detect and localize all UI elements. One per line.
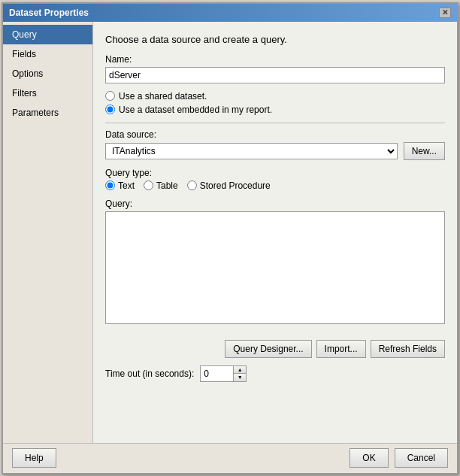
dialog-footer: Help OK Cancel	[3, 443, 457, 473]
ok-button[interactable]: OK	[350, 448, 388, 468]
sidebar-item-parameters[interactable]: Parameters	[3, 103, 92, 123]
sidebar: Query Fields Options Filters Parameters	[3, 22, 93, 443]
sidebar-item-query[interactable]: Query	[3, 25, 92, 44]
title-bar: Dataset Properties ✕	[3, 4, 457, 22]
query-type-table-radio[interactable]	[144, 180, 153, 190]
new-button[interactable]: New...	[404, 142, 445, 160]
query-type-stored-procedure-label: Stored Procedure	[200, 180, 271, 191]
embedded-dataset-label: Use a dataset embedded in my report.	[119, 105, 272, 115]
dialog-title: Dataset Properties	[9, 8, 89, 18]
query-type-table-option[interactable]: Table	[144, 180, 178, 191]
datasource-group: Data source: ITAnalytics New...	[105, 129, 445, 160]
sidebar-item-fields[interactable]: Fields	[3, 44, 92, 64]
query-type-group: Query type: Text Table Stored Procedure	[105, 168, 445, 191]
spinner-arrows: ▲ ▼	[233, 365, 247, 382]
query-group: Query: fx	[105, 199, 445, 332]
import-button[interactable]: Import...	[316, 340, 366, 358]
timeout-label: Time out (in seconds):	[105, 368, 194, 379]
query-type-text-label: Text	[118, 180, 135, 191]
name-group: Name:	[105, 54, 445, 83]
spinner-down-button[interactable]: ▼	[234, 374, 246, 381]
main-content: Choose a data source and create a query.…	[93, 22, 457, 443]
sidebar-item-filters[interactable]: Filters	[3, 83, 92, 103]
close-button[interactable]: ✕	[439, 8, 451, 18]
query-label: Query:	[105, 199, 445, 209]
query-type-row: Text Table Stored Procedure	[105, 180, 445, 191]
query-type-text-option[interactable]: Text	[105, 180, 135, 191]
datasource-select-wrapper: ITAnalytics	[105, 143, 398, 159]
datasource-label: Data source:	[105, 129, 445, 140]
embedded-dataset-radio[interactable]	[105, 105, 115, 114]
footer-right: OK Cancel	[350, 448, 448, 468]
sidebar-item-options[interactable]: Options	[3, 64, 92, 83]
query-textarea[interactable]	[105, 211, 445, 324]
timeout-spinner: ▲ ▼	[200, 365, 247, 382]
shared-dataset-option[interactable]: Use a shared dataset.	[105, 91, 445, 102]
timeout-input[interactable]	[200, 365, 233, 382]
name-label: Name:	[105, 54, 445, 65]
refresh-fields-button[interactable]: Refresh Fields	[371, 340, 445, 358]
help-button[interactable]: Help	[12, 448, 56, 468]
spinner-up-button[interactable]: ▲	[234, 366, 246, 374]
query-type-text-radio[interactable]	[105, 180, 115, 190]
datasource-select[interactable]: ITAnalytics	[105, 143, 398, 159]
query-type-label: Query type:	[105, 168, 445, 178]
query-type-stored-procedure-radio[interactable]	[187, 180, 197, 190]
query-type-stored-procedure-option[interactable]: Stored Procedure	[187, 180, 271, 191]
cancel-button[interactable]: Cancel	[395, 448, 448, 468]
datasource-row: ITAnalytics New...	[105, 142, 445, 160]
embedded-dataset-option[interactable]: Use a dataset embedded in my report.	[105, 105, 445, 115]
dialog-body: Query Fields Options Filters Parameters …	[3, 22, 457, 443]
separator-1	[105, 123, 445, 123]
query-type-table-label: Table	[156, 180, 178, 191]
name-input[interactable]	[105, 67, 445, 83]
query-area-container	[105, 211, 445, 326]
dataset-properties-dialog: Dataset Properties ✕ Query Fields Option…	[2, 2, 458, 474]
shared-dataset-radio[interactable]	[105, 91, 115, 101]
description-text: Choose a data source and create a query.	[105, 34, 445, 45]
shared-dataset-label: Use a shared dataset.	[119, 91, 207, 102]
query-area-row: fx	[105, 211, 445, 332]
dataset-source-group: Use a shared dataset. Use a dataset embe…	[105, 91, 445, 115]
timeout-row: Time out (in seconds): ▲ ▼	[105, 365, 445, 382]
query-designer-button[interactable]: Query Designer...	[225, 340, 311, 358]
query-buttons-row: Query Designer... Import... Refresh Fiel…	[105, 340, 445, 358]
